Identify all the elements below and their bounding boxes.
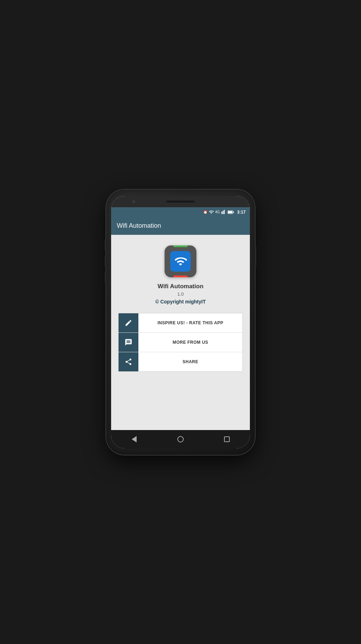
camera-dot [132, 200, 135, 203]
icon-stripe-green [173, 245, 188, 247]
status-time: 3:17 [237, 210, 246, 215]
app-toolbar: Wifi Automation [111, 217, 250, 235]
network-type-label: 4G [215, 210, 220, 214]
share-icon-box [119, 352, 138, 371]
volume-up-button[interactable] [105, 239, 106, 251]
icon-stripe-red [173, 275, 188, 277]
signal-icon [221, 210, 226, 215]
battery-icon [228, 210, 234, 214]
back-icon [132, 436, 137, 442]
wifi-icon-inner [170, 251, 191, 272]
app-icon [165, 245, 196, 277]
app-toolbar-title: Wifi Automation [117, 222, 161, 230]
edit-icon [125, 319, 132, 327]
share-label: SHARE [138, 352, 242, 371]
action-list: INSPIRE US! - RATE THIS APP MORE FROM US [118, 313, 243, 372]
phone-top-hardware [111, 196, 250, 207]
rate-icon-box [119, 313, 138, 332]
recents-icon [224, 436, 230, 442]
app-version-label: 1.0 [177, 291, 184, 297]
speaker-bar [166, 201, 195, 203]
phone-screen: ⏰ 4G 3:17 Wi [111, 196, 250, 448]
home-icon [177, 436, 184, 442]
svg-rect-2 [228, 211, 232, 213]
rate-app-button[interactable]: INSPIRE US! - RATE THIS APP [119, 313, 242, 333]
app-copyright-label: © Copyright mightyIT [155, 299, 206, 304]
home-button[interactable] [173, 432, 188, 446]
share-button[interactable]: SHARE [119, 352, 242, 371]
recents-button[interactable] [220, 432, 234, 446]
phone-device: ⏰ 4G 3:17 Wi [106, 190, 255, 455]
share-icon [125, 358, 132, 366]
message-icon [125, 338, 132, 346]
app-content: Wifi Automation 1.0 © Copyright mightyIT… [111, 235, 250, 430]
volume-down-button[interactable] [105, 255, 106, 267]
rate-app-label: INSPIRE US! - RATE THIS APP [138, 313, 242, 332]
wifi-icon-svg [174, 255, 187, 268]
back-button[interactable] [127, 432, 141, 446]
wifi-status-icon [209, 210, 214, 215]
status-icons: ⏰ 4G [203, 210, 234, 215]
more-from-us-label: MORE FROM US [138, 333, 242, 352]
status-bar: ⏰ 4G 3:17 [111, 207, 250, 217]
svg-rect-1 [233, 211, 234, 213]
bottom-nav-bar [111, 430, 250, 448]
mute-button[interactable] [105, 271, 106, 283]
alarm-icon: ⏰ [203, 210, 207, 214]
app-name-label: Wifi Automation [157, 283, 204, 290]
more-from-us-button[interactable]: MORE FROM US [119, 333, 242, 352]
more-icon-box [119, 333, 138, 352]
